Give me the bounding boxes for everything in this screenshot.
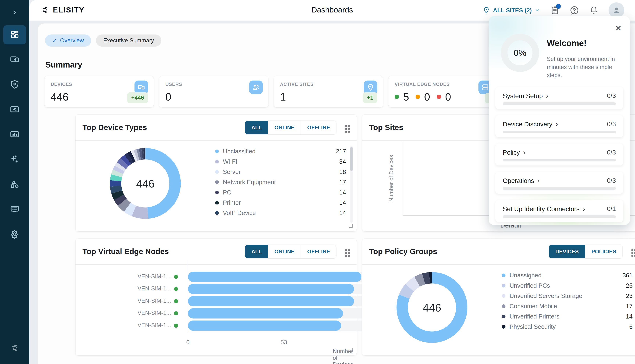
sites-selector[interactable]: ALL SITES (2) (483, 6, 540, 14)
ven-bar[interactable] (188, 272, 361, 282)
step-label: Policy (503, 149, 520, 156)
toggle-offline[interactable]: OFFLINE (301, 121, 336, 134)
sidebar-item-topology-shapes[interactable] (3, 175, 26, 194)
setup-step-set-up-identity-connectors[interactable]: Set Up Identity Connectors › 0/1 (495, 200, 623, 222)
step-label: Set Up Identity Connectors (503, 205, 579, 213)
drag-handle-icon[interactable] (630, 248, 635, 258)
sidebar-item-logs-console[interactable] (3, 200, 26, 219)
card-title: Top Device Types (83, 123, 147, 132)
summary-card-devices[interactable]: DEVICES 446+446 (44, 76, 154, 108)
toggle-policies[interactable]: POLICIES (585, 245, 622, 258)
account-button[interactable] (608, 2, 624, 18)
setup-step-policy[interactable]: Policy › 0/3 (495, 144, 623, 166)
elisity-mark-icon (10, 343, 20, 353)
card-title: Top Policy Groups (369, 247, 437, 256)
legend-item-wi-fi[interactable]: Wi-Fi 34 (215, 156, 346, 167)
policy-shield-icon (10, 80, 20, 90)
sidebar-item-dashboard[interactable] (3, 25, 26, 44)
site-pin-chip-icon (364, 80, 377, 94)
legend-label: Unverified Printers (510, 313, 626, 320)
legend-item-pc[interactable]: PC 14 (215, 187, 346, 198)
sidebar-item-policy-shield[interactable] (3, 75, 26, 94)
summary-card-active-sites[interactable]: ACTIVE SITES 1+1 (274, 76, 383, 108)
legend-dot (502, 294, 505, 298)
step-title: System Setup › (503, 92, 548, 100)
close-icon[interactable]: ✕ (615, 24, 622, 32)
sidebar-item-devices[interactable] (3, 50, 26, 69)
legend-item-unclassified[interactable]: Unclassified 217 (215, 146, 346, 156)
analytics-icon (10, 129, 20, 140)
help-button[interactable] (570, 6, 579, 15)
legend-item-unverified-servers-storage[interactable]: Unverified Servers Storage 23 (502, 291, 632, 301)
setup-progress-percent: 0% (500, 33, 540, 73)
welcome-title: Welcome! (547, 38, 586, 48)
summary-heading: Summary (45, 60, 82, 69)
ven-row: VEN-SIM-1... 91 (76, 284, 357, 294)
sidebar-collapse-logo[interactable] (0, 343, 29, 353)
sidebar-item-analytics[interactable] (3, 125, 26, 144)
legend-item-unverified-pcs[interactable]: Unverified PCs 25 (502, 280, 632, 291)
logs-console-icon (10, 204, 20, 215)
legend-item-consumer-mobile[interactable]: Consumer Mobile 17 (502, 301, 632, 311)
ven-bar[interactable] (188, 320, 341, 331)
ven-bar[interactable] (188, 284, 354, 294)
tab-label: Overview (60, 37, 84, 44)
legend-value: 17 (626, 303, 632, 310)
summary-card-users[interactable]: USERS 0 (159, 76, 268, 108)
legend-scrollbar-thumb[interactable] (350, 147, 353, 171)
legend-item-printer[interactable]: Printer 14 (215, 198, 346, 208)
help-icon (570, 6, 579, 15)
ven-status-counts: 500 (395, 91, 454, 103)
legend-item-network-equipment[interactable]: Network Equipment 17 (215, 177, 346, 187)
legend-label: Unclassified (223, 148, 336, 155)
legend-value: 6 (629, 323, 632, 330)
sidebar-item-switch[interactable] (3, 100, 26, 119)
summary-card-trend-badge: +446 (127, 92, 148, 103)
sidebar-item-ai-sparkles[interactable] (3, 150, 26, 169)
chevron-right-icon: › (556, 120, 558, 128)
ven-bar-chart: VEN-SIM-1... 95 VEN-SIM-1... 91 VEN-SIM-… (76, 239, 357, 356)
legend-dot (215, 211, 219, 215)
legend-dot (215, 160, 219, 164)
resize-handle[interactable] (349, 224, 353, 228)
tasks-clipboard-button[interactable] (550, 6, 560, 15)
drag-handle-icon[interactable] (344, 124, 351, 134)
tab-overview[interactable]: ✓Overview (45, 34, 91, 46)
setup-step-system-setup[interactable]: System Setup › 0/3 (495, 87, 623, 109)
toggle-online[interactable]: ONLINE (268, 121, 301, 134)
card-policy-groups: Top Policy GroupsDEVICESPOLICIES 446 Una… (362, 238, 635, 356)
toggle-all[interactable]: ALL (245, 121, 268, 134)
step-progress-count: 0/3 (607, 120, 616, 128)
ven-row: VEN-SIM-1... 91 (76, 296, 357, 306)
legend-item-voip-device[interactable]: VoIP Device 14 (215, 208, 346, 218)
legend-item-server[interactable]: Server 18 (215, 167, 346, 177)
donut-chart: 446 (393, 269, 471, 346)
devices-icon (10, 54, 20, 65)
legend-item-unverified-printers[interactable]: Unverified Printers 14 (502, 311, 632, 322)
toggle-devices[interactable]: DEVICES (549, 245, 585, 258)
tab-executive-summary[interactable]: Executive Summary (96, 34, 161, 46)
status-dot (395, 95, 399, 99)
online-status-dot (174, 299, 178, 303)
notifications-button[interactable] (589, 6, 599, 15)
sidebar-item-settings-gear[interactable] (3, 225, 26, 244)
summary-card-label: VIRTUAL EDGE NODES (395, 82, 491, 87)
step-progress-bar (503, 216, 616, 218)
legend-label: Unassigned (510, 272, 622, 279)
welcome-subtitle: Set up your environment in minutes with … (547, 55, 620, 79)
ven-bar[interactable] (188, 296, 354, 306)
legend-item-unassigned[interactable]: Unassigned 361 (502, 270, 632, 280)
setup-step-operations[interactable]: Operations › 0/3 (495, 172, 623, 194)
legend-dot (502, 325, 505, 328)
setup-step-device-discovery[interactable]: Device Discovery › 0/3 (495, 115, 623, 137)
ven-bar[interactable] (188, 308, 343, 318)
legend-dot (502, 274, 505, 277)
sidebar-expand-button[interactable] (9, 7, 20, 18)
summary-card-virtual-edge-nodes[interactable]: VIRTUAL EDGE NODES 500 (388, 76, 498, 108)
legend-value: 14 (626, 313, 632, 320)
status-value: 0 (445, 91, 451, 103)
legend-dot (215, 180, 219, 184)
users-chip-icon (249, 80, 263, 94)
dashboard-icon (10, 30, 20, 40)
legend-item-physical-security[interactable]: Physical Security 6 (502, 322, 632, 332)
